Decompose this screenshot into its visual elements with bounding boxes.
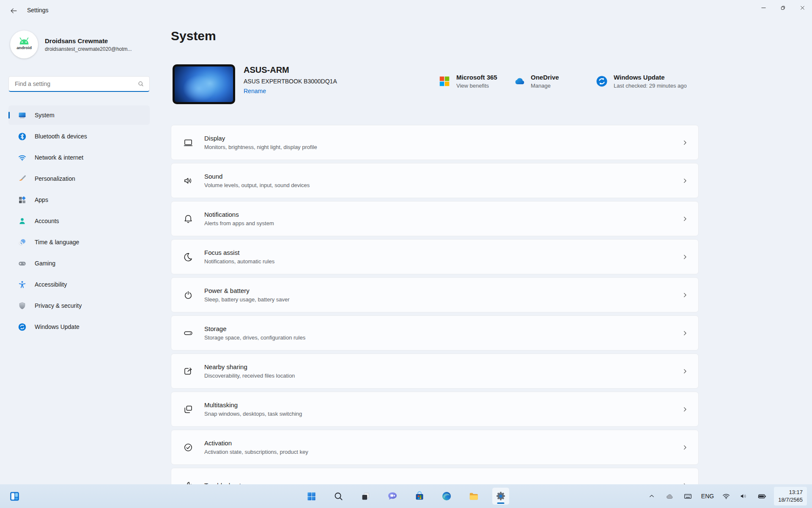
sidebar-item-label: Accessibility (35, 281, 67, 288)
search-input[interactable] (14, 80, 137, 88)
start-button[interactable] (303, 488, 320, 505)
sidebar-item-privacy-security[interactable]: Privacy & security (8, 296, 150, 315)
sidebar-item-windows-update[interactable]: Windows Update (8, 317, 150, 337)
settings-app-button[interactable] (492, 488, 509, 505)
hub-subtitle: Last checked: 29 minutes ago (614, 83, 687, 89)
tray-battery-button[interactable] (755, 489, 768, 503)
tray-volume-button[interactable] (738, 489, 749, 503)
touch-keyboard-button[interactable] (681, 489, 695, 503)
page-title: System (171, 29, 216, 43)
hub-subtitle: Manage (531, 83, 559, 89)
language-indicator[interactable]: ENG (700, 493, 715, 500)
row-subtitle: Alerts from apps and system (204, 220, 274, 226)
minimize-icon (760, 5, 767, 11)
wifi-icon (722, 492, 730, 500)
hub-onedrive[interactable]: OneDrive Manage (513, 74, 559, 89)
sidebar-item-system[interactable]: System (8, 105, 150, 125)
storage-icon (183, 328, 194, 339)
widgets-button[interactable] (6, 488, 23, 505)
tray-onedrive-button[interactable] (663, 489, 676, 503)
chevron-right-icon (682, 444, 688, 450)
settings-row-nearby-sharing[interactable]: Nearby sharing Discoverability, received… (171, 353, 699, 389)
chevron-right-icon (682, 292, 688, 298)
tray-date: 18/7/2565 (778, 496, 803, 504)
start-icon (306, 491, 317, 502)
widgets-icon (9, 491, 20, 502)
profile-name: Droidsans Crewmate (45, 37, 132, 44)
rename-link[interactable]: Rename (244, 88, 337, 94)
row-title: Focus assist (204, 249, 274, 256)
taskbar-search-button[interactable] (330, 488, 347, 505)
chat-button[interactable] (384, 488, 401, 505)
device-model: ASUS EXPERTBOOK B3000DQ1A (244, 78, 337, 85)
chevron-right-icon (682, 215, 688, 222)
chevron-right-icon (682, 368, 688, 374)
chevron-right-icon (682, 177, 688, 184)
sidebar-item-personalization[interactable]: Personalization (8, 169, 150, 188)
clock[interactable]: 13:17 18/7/2565 (774, 487, 807, 505)
microsoft-store-button[interactable] (411, 488, 428, 505)
sidebar-item-apps[interactable]: Apps (8, 190, 150, 210)
row-title: Notifications (204, 211, 274, 218)
profile-email: droidsanstest_crewmate2020@hotm... (45, 46, 132, 52)
task-view-button[interactable] (357, 488, 374, 505)
sidebar-item-label: Windows Update (35, 323, 80, 330)
display-icon (183, 137, 194, 148)
sidebar-item-accessibility[interactable]: Accessibility (8, 275, 150, 294)
privacy-icon (18, 301, 27, 310)
tray-wifi-button[interactable] (720, 489, 732, 503)
minimize-button[interactable] (754, 0, 773, 15)
sidebar-item-accounts[interactable]: Accounts (8, 211, 150, 231)
sidebar-nav: System Bluetooth & devices Network & int… (8, 105, 150, 338)
row-subtitle: Notifications, automatic rules (204, 258, 274, 265)
sidebar-item-network-internet[interactable]: Network & internet (8, 148, 150, 167)
back-button[interactable] (6, 4, 21, 17)
windows-update-icon (595, 75, 608, 88)
settings-row-power-battery[interactable]: Power & battery Sleep, battery usage, ba… (171, 277, 699, 312)
file-explorer-button[interactable] (465, 488, 482, 505)
accounts-icon (18, 217, 27, 226)
hub-title: Windows Update (614, 74, 687, 81)
settings-row-storage[interactable]: Storage Storage space, drives, configura… (171, 315, 699, 351)
apps-icon (18, 196, 27, 204)
search-box[interactable] (8, 76, 150, 92)
row-title: Nearby sharing (204, 363, 295, 370)
settings-row-activation[interactable]: Activation Activation state, subscriptio… (171, 430, 699, 465)
sidebar-item-label: Apps (35, 196, 48, 203)
tray-chevron-button[interactable] (646, 489, 658, 503)
row-subtitle: Monitors, brightness, night light, displ… (204, 144, 317, 150)
edge-icon (441, 491, 452, 502)
bluetooth-icon (18, 132, 27, 141)
settings-list: Display Monitors, brightness, night ligh… (171, 125, 699, 506)
sidebar-item-bluetooth-devices[interactable]: Bluetooth & devices (8, 127, 150, 146)
chevron-right-icon (682, 139, 688, 146)
file-explorer-icon (468, 491, 479, 502)
settings-row-multitasking[interactable]: Multitasking Snap windows, desktops, tas… (171, 392, 699, 427)
accessibility-icon (18, 280, 27, 289)
hub-windows-update[interactable]: Windows Update Last checked: 29 minutes … (595, 74, 687, 89)
row-title: Activation (204, 439, 308, 447)
edge-button[interactable] (438, 488, 455, 505)
sidebar-item-label: Privacy & security (35, 302, 82, 309)
restore-button[interactable] (773, 0, 793, 15)
activation-icon (183, 442, 194, 453)
settings-row-notifications[interactable]: Notifications Alerts from apps and syste… (171, 201, 699, 236)
windows-update-icon (18, 323, 27, 331)
settings-row-sound[interactable]: Sound Volume levels, output, input, soun… (171, 163, 699, 198)
profile-card[interactable]: android Droidsans Crewmate droidsanstest… (10, 30, 154, 58)
chevron-right-icon (682, 406, 688, 412)
hub-microsoft-365[interactable]: Microsoft 365 View benefits (438, 74, 497, 89)
settings-row-focus-assist[interactable]: Focus assist Notifications, automatic ru… (171, 239, 699, 274)
settings-row-display[interactable]: Display Monitors, brightness, night ligh… (171, 125, 699, 160)
network-icon (18, 153, 27, 162)
close-button[interactable] (793, 0, 812, 15)
sidebar-item-label: Bluetooth & devices (35, 133, 87, 140)
sidebar-item-gaming[interactable]: Gaming (8, 254, 150, 273)
search-icon (333, 491, 344, 502)
sidebar-item-time-language[interactable]: Time & language (8, 232, 150, 252)
volume-icon (739, 492, 748, 500)
tray-time: 13:17 (778, 489, 803, 496)
row-subtitle: Activation state, subscriptions, product… (204, 449, 308, 455)
nearby-sharing-icon (183, 366, 194, 377)
device-header: ASUS-ARM ASUS EXPERTBOOK B3000DQ1A Renam… (171, 64, 699, 105)
